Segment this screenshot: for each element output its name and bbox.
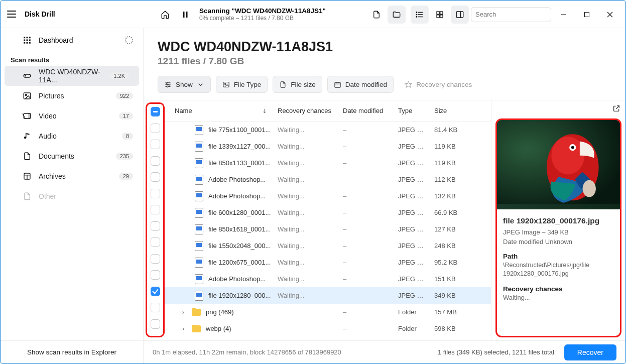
table-row[interactable]: file 775x1100_0001... Waiting... – JPEG … [165, 122, 491, 138]
row-recovery: Waiting... [273, 225, 338, 233]
search-box[interactable] [471, 7, 551, 22]
table-row[interactable]: Adobe Photoshop... Waiting... – JPEG Im.… [165, 171, 491, 188]
sidebar-item-label: Video [39, 112, 57, 120]
table-row[interactable]: file 1200x675_0001... Waiting... – JPEG … [165, 254, 491, 271]
sidebar-item-drive[interactable]: WDC WD40NDZW-11A... 1.2K [5, 66, 139, 86]
table-row[interactable]: file 850x1133_0001... Waiting... – JPEG … [165, 155, 491, 171]
svg-rect-31 [24, 93, 31, 99]
home-button[interactable] [156, 6, 174, 24]
row-recovery: Waiting... [273, 159, 338, 167]
search-input[interactable] [475, 11, 560, 18]
sidebar-item-audio[interactable]: Audio 8 [1, 126, 143, 146]
row-recovery: Waiting... [273, 242, 338, 250]
svg-rect-17 [585, 12, 589, 17]
sidebar-item-picture[interactable]: Pictures 922 [1, 86, 143, 106]
column-date[interactable]: Date modified [338, 107, 393, 114]
maximize-button[interactable] [576, 7, 597, 22]
select-all-checkbox[interactable] [151, 107, 160, 116]
row-checkbox[interactable] [151, 205, 160, 214]
row-date: – [338, 209, 393, 216]
row-name: Adobe Photoshop... [208, 192, 266, 200]
filter-date-modified-button[interactable]: Date modified [327, 76, 394, 93]
row-type: JPEG Im... [393, 126, 429, 134]
row-checkbox[interactable] [151, 254, 160, 264]
svg-point-46 [224, 83, 226, 85]
app-title: Disk Drill [25, 10, 55, 18]
grid-view-button[interactable] [431, 6, 449, 24]
sidebar-item-badge: 235 [116, 153, 133, 160]
preview-filename: file 1920x1280_000176.jpg [503, 216, 614, 225]
svg-rect-9 [440, 12, 443, 14]
row-date: – [338, 225, 393, 233]
row-type: JPEG Im... [393, 209, 429, 216]
recover-button[interactable]: Recover [564, 344, 616, 360]
column-recovery[interactable]: Recovery chances [273, 107, 338, 114]
table-row[interactable]: Adobe Photoshop... Waiting... – JPEG Im.… [165, 271, 491, 287]
column-size[interactable]: Size [429, 107, 465, 114]
show-in-explorer-button[interactable]: Show scan results in Explorer [1, 340, 143, 363]
table-row[interactable]: Adobe Photoshop... Waiting... – JPEG Im.… [165, 188, 491, 204]
row-checkbox[interactable] [151, 319, 160, 329]
calendar-icon [334, 81, 341, 88]
table-row[interactable]: ›png (469) – Folder 157 MB [165, 304, 491, 320]
row-type: JPEG Im... [393, 292, 429, 299]
preview-date-line: Date modified Unknown [503, 238, 614, 246]
expand-caret-icon[interactable]: › [180, 309, 187, 316]
table-row[interactable]: file 1550x2048_000... Waiting... – JPEG … [165, 237, 491, 254]
sidebar-item-document[interactable]: Documents 235 [1, 146, 143, 166]
row-checkbox[interactable] [151, 237, 160, 247]
row-checkbox[interactable] [151, 270, 160, 280]
list-view-button[interactable] [411, 6, 429, 24]
row-date: – [338, 176, 393, 183]
file-view-button[interactable] [367, 6, 386, 24]
svg-point-6 [416, 14, 417, 15]
filter-file-size-button[interactable]: File size [273, 76, 322, 93]
row-name: file 850x1618_0001... [208, 225, 271, 233]
menu-button[interactable] [6, 8, 18, 20]
row-checkbox[interactable] [151, 156, 160, 166]
scan-subtitle: 0% complete – 1211 files / 7.80 GB [199, 15, 326, 22]
table-row[interactable]: file 1339x1127_000... Waiting... – JPEG … [165, 138, 491, 155]
column-type[interactable]: Type [393, 107, 429, 114]
row-checkbox[interactable] [151, 140, 160, 149]
table-row[interactable]: file 1920x1280_000... Waiting... – JPEG … [165, 287, 491, 304]
filter-recovery-chances-button[interactable]: Recovery chances [399, 76, 478, 93]
svg-rect-27 [27, 42, 28, 44]
row-checkbox[interactable] [151, 221, 160, 231]
table-row[interactable]: file 600x1280_0001... Waiting... – JPEG … [165, 204, 491, 221]
row-checkbox[interactable] [151, 124, 160, 133]
row-checkbox[interactable] [151, 189, 160, 198]
svg-rect-11 [440, 15, 443, 17]
preview-pane-button[interactable] [451, 6, 469, 24]
folder-view-button[interactable] [388, 6, 406, 24]
sidebar-item-other[interactable]: Other [1, 186, 143, 206]
pause-button[interactable] [176, 6, 194, 24]
row-checkbox[interactable] [151, 287, 160, 296]
row-size: 132 KB [429, 192, 465, 200]
checkbox-column-highlight [146, 102, 165, 337]
row-checkbox[interactable] [151, 172, 160, 182]
row-size: 248 KB [429, 242, 465, 250]
sidebar-item-video[interactable]: Video 17 [1, 106, 143, 126]
minimize-button[interactable] [553, 7, 574, 22]
preview-card-highlight: file 1920x1280_000176.jpg JPEG Image – 3… [495, 118, 621, 337]
folder-icon [192, 325, 201, 332]
row-checkbox[interactable] [151, 303, 160, 312]
open-external-button[interactable] [612, 104, 620, 114]
row-recovery: Waiting... [273, 192, 338, 200]
column-name[interactable]: Name [170, 107, 273, 114]
audio-icon [23, 132, 32, 141]
row-name: webp (4) [206, 325, 231, 332]
table-row[interactable]: ›webp (4) – Folder 598 KB [165, 320, 491, 337]
sidebar-item-archive[interactable]: Archives 29 [1, 166, 143, 186]
expand-caret-icon[interactable]: › [180, 325, 187, 332]
table-row[interactable]: file 850x1618_0001... Waiting... – JPEG … [165, 221, 491, 237]
svg-rect-8 [437, 12, 439, 14]
dashboard-icon [23, 36, 32, 45]
svg-rect-23 [24, 40, 25, 41]
filter-bar: Show File Type File size Date modified R… [144, 76, 625, 100]
filter-file-type-button[interactable]: File Type [216, 76, 268, 93]
close-button[interactable] [599, 7, 620, 22]
filter-show-button[interactable]: Show [158, 76, 211, 93]
sidebar-dashboard[interactable]: Dashboard [1, 28, 143, 52]
